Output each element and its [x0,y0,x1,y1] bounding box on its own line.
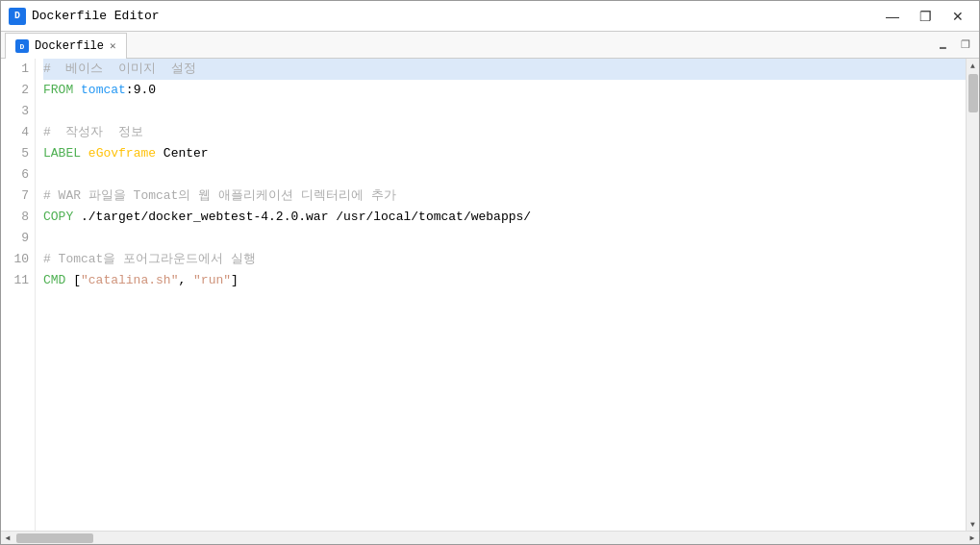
line-number: 9 [1,228,29,249]
code-token: [ [65,270,81,291]
title-bar-controls: — ❐ ✕ [879,6,971,27]
code-token: tomcat [81,80,126,101]
code-line: # 베이스 이미지 설정 [43,59,966,80]
code-token: ] [231,270,239,291]
scroll-up-button[interactable]: ▲ [967,59,980,72]
main-window: D Dockerfile Editor — ❐ ✕ D Dockerfile ✕… [0,0,980,545]
scroll-down-button[interactable]: ▼ [967,517,980,531]
code-area[interactable]: # 베이스 이미지 설정FROM tomcat:9.0 # 작성자 정보LABE… [36,59,966,531]
title-bar: D Dockerfile Editor — ❐ ✕ [1,1,979,32]
editor-area: 1234567891011 # 베이스 이미지 설정FROM tomcat:9.… [1,59,979,531]
code-line: COPY ./target/docker_webtest-4.2.0.war /… [43,207,966,228]
scroll-left-button[interactable]: ◀ [1,532,14,545]
code-token: COPY [43,207,73,228]
tab-bar: D Dockerfile ✕ 🗕 ❐ [1,32,979,59]
code-token: CMD [43,270,65,291]
code-token: :9.0 [126,80,156,101]
code-line [43,164,966,186]
code-line [43,228,966,249]
line-number: 6 [1,164,29,186]
tab-icon: D [15,39,29,53]
code-token: # WAR 파일을 Tomcat의 웹 애플리케이션 디렉터리에 추가 [43,186,396,207]
line-number: 3 [1,101,29,122]
line-number: 1 [1,59,29,80]
restore-button[interactable]: ❐ [912,6,939,27]
code-token: , [178,270,193,291]
code-line: LABEL eGovframe Center [43,143,966,164]
code-line: # 작성자 정보 [43,122,966,143]
code-token: # 베이스 이미지 설정 [43,59,196,80]
code-token: "catalina.sh" [81,270,178,291]
line-number: 4 [1,122,29,143]
scroll-thumb-v[interactable] [968,74,978,112]
code-token: # 작성자 정보 [43,122,143,143]
scroll-right-button[interactable]: ▶ [966,532,979,545]
line-numbers: 1234567891011 [1,59,36,531]
tab-restore-bar: 🗕 ❐ [933,32,979,58]
line-number: 2 [1,80,29,101]
line-number: 8 [1,207,29,228]
line-number: 7 [1,186,29,207]
close-button[interactable]: ✕ [944,6,971,27]
code-token: "run" [193,270,231,291]
code-token: eGovframe [88,143,156,164]
window-title: Dockerfile Editor [32,9,160,23]
code-token [73,80,81,101]
code-line: # WAR 파일을 Tomcat의 웹 애플리케이션 디렉터리에 추가 [43,186,966,207]
tab-label: Dockerfile [35,39,104,53]
tab-minimize-button[interactable]: 🗕 [933,36,952,55]
code-token [81,143,88,164]
code-token: LABEL [43,143,81,164]
tab-restore-button[interactable]: ❐ [956,36,975,55]
code-line [43,101,966,122]
code-token: Center [156,143,209,164]
line-number: 10 [1,249,29,270]
code-line: FROM tomcat:9.0 [43,80,966,101]
code-line: CMD ["catalina.sh", "run"] [43,270,966,291]
code-token: FROM [43,80,73,101]
line-number: 5 [1,143,29,164]
scroll-thumb-h[interactable] [16,533,93,543]
vertical-scrollbar: ▲ ▼ [966,59,979,531]
title-bar-left: D Dockerfile Editor [9,8,160,25]
code-token: ./target/docker_webtest-4.2.0.war /usr/l… [73,207,531,228]
line-number: 11 [1,270,29,291]
minimize-button[interactable]: — [879,6,906,27]
code-line: # Tomcat을 포어그라운드에서 실행 [43,249,966,270]
horizontal-scrollbar: ◀ ▶ [1,531,979,544]
code-token: # Tomcat을 포어그라운드에서 실행 [43,249,256,270]
tab-close-button[interactable]: ✕ [110,41,116,52]
app-icon: D [9,8,26,25]
dockerfile-tab[interactable]: D Dockerfile ✕ [5,33,127,59]
